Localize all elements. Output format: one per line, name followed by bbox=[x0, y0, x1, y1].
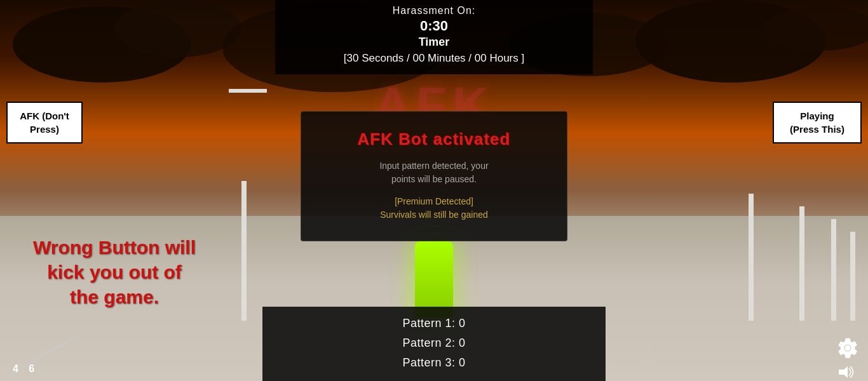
wrong-button-warning: Wrong Button will kick you out of the ga… bbox=[32, 235, 197, 309]
cloud-6 bbox=[763, 6, 868, 51]
playing-button[interactable]: Playing (Press This) bbox=[773, 102, 862, 144]
pole-right-3 bbox=[831, 219, 836, 321]
pole-right-1 bbox=[749, 194, 754, 321]
afk-modal-premium: [Premium Detected]Survivals will still b… bbox=[333, 195, 535, 222]
volume-icon[interactable] bbox=[834, 363, 862, 381]
afk-button-line2: Press) bbox=[30, 124, 59, 135]
pattern-row-3: Pattern 3: 0 bbox=[301, 356, 567, 370]
hud-num-1: 4 bbox=[13, 363, 18, 375]
player-figure bbox=[415, 241, 453, 318]
pattern-row-1: Pattern 1: 0 bbox=[301, 317, 567, 330]
timer-value: 0:30 bbox=[301, 18, 567, 34]
afk-bot-modal: AFK Bot activated Input pattern detected… bbox=[301, 111, 567, 241]
harassment-label: Harassment On: bbox=[301, 5, 567, 17]
pole-left-top bbox=[229, 89, 267, 93]
pole-right-2 bbox=[799, 206, 804, 321]
pole-left bbox=[241, 181, 247, 321]
afk-button-line1: AFK (Don't bbox=[20, 110, 69, 121]
timer-breakdown: [30 Seconds / 00 Minutes / 00 Hours ] bbox=[301, 50, 567, 67]
hud-numbers: 4 6 bbox=[13, 363, 42, 375]
afk-modal-description: Input pattern detected, yourpoints will … bbox=[333, 159, 535, 186]
playing-button-line1: Playing bbox=[800, 110, 834, 121]
playing-button-line2: (Press This) bbox=[790, 124, 844, 135]
gear-icon[interactable] bbox=[834, 334, 862, 362]
pattern-row-2: Pattern 2: 0 bbox=[301, 337, 567, 350]
hud-num-2: 6 bbox=[29, 363, 34, 375]
svg-marker-3 bbox=[839, 366, 848, 378]
pole-right-4 bbox=[850, 232, 855, 321]
top-info-panel: Harassment On: 0:30 Timer [30 Seconds / … bbox=[275, 0, 593, 74]
timer-label: Timer bbox=[301, 36, 567, 49]
afk-modal-title: AFK Bot activated bbox=[333, 130, 535, 149]
afk-button[interactable]: AFK (Don't Press) bbox=[6, 102, 83, 144]
pattern-panel: Pattern 1: 0 Pattern 2: 0 Pattern 3: 0 bbox=[262, 307, 606, 381]
